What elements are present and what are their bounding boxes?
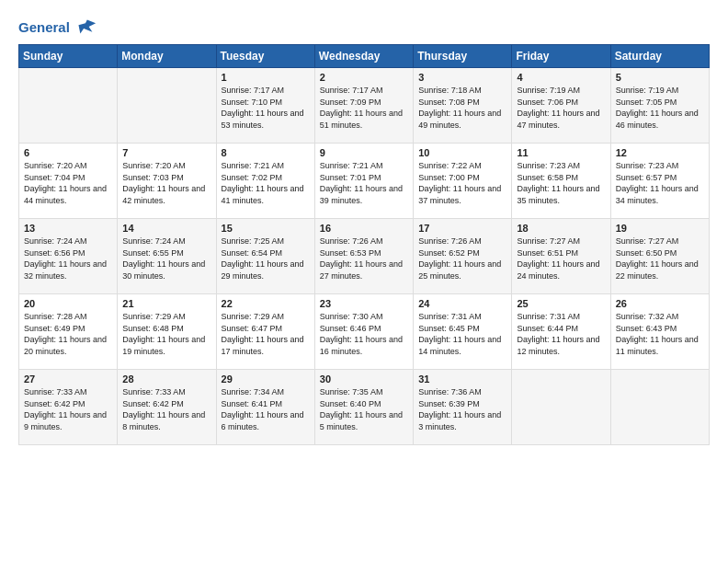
calendar-cell: 29Sunrise: 7:34 AMSunset: 6:41 PMDayligh… — [216, 370, 314, 445]
day-number: 14 — [122, 223, 210, 234]
day-number: 9 — [320, 147, 408, 158]
calendar-cell: 17Sunrise: 7:26 AMSunset: 6:52 PMDayligh… — [414, 219, 512, 294]
week-row-3: 13Sunrise: 7:24 AMSunset: 6:56 PMDayligh… — [19, 219, 710, 294]
calendar-cell — [19, 68, 118, 144]
calendar-cell: 30Sunrise: 7:35 AMSunset: 6:40 PMDayligh… — [314, 370, 413, 445]
calendar-page: General SundayMondayTuesdayWednesdayThur… — [0, 0, 728, 563]
calendar-cell: 28Sunrise: 7:33 AMSunset: 6:42 PMDayligh… — [118, 370, 216, 445]
cell-content: Sunrise: 7:24 AMSunset: 6:55 PMDaylight:… — [122, 236, 210, 282]
day-number: 23 — [320, 298, 408, 309]
cell-content: Sunrise: 7:23 AMSunset: 6:57 PMDaylight:… — [616, 160, 704, 206]
weekday-header-tuesday: Tuesday — [216, 45, 314, 68]
cell-content: Sunrise: 7:23 AMSunset: 6:58 PMDaylight:… — [517, 160, 605, 206]
cell-content: Sunrise: 7:28 AMSunset: 6:49 PMDaylight:… — [24, 311, 112, 357]
cell-content: Sunrise: 7:24 AMSunset: 6:56 PMDaylight:… — [24, 236, 112, 282]
header: General — [18, 15, 710, 37]
calendar-cell: 31Sunrise: 7:36 AMSunset: 6:39 PMDayligh… — [414, 370, 512, 445]
cell-content: Sunrise: 7:21 AMSunset: 7:02 PMDaylight:… — [222, 160, 310, 206]
week-row-1: 1Sunrise: 7:17 AMSunset: 7:10 PMDaylight… — [19, 68, 710, 144]
calendar-cell: 8Sunrise: 7:21 AMSunset: 7:02 PMDaylight… — [216, 144, 314, 219]
cell-content: Sunrise: 7:25 AMSunset: 6:54 PMDaylight:… — [222, 236, 310, 282]
cell-content: Sunrise: 7:17 AMSunset: 7:10 PMDaylight:… — [222, 85, 310, 131]
calendar-table: SundayMondayTuesdayWednesdayThursdayFrid… — [18, 44, 710, 445]
day-number: 11 — [517, 147, 605, 158]
logo-bird-icon — [72, 15, 97, 40]
day-number: 13 — [24, 223, 112, 234]
day-number: 17 — [418, 223, 506, 234]
weekday-header-saturday: Saturday — [610, 45, 709, 68]
day-number: 12 — [616, 147, 704, 158]
cell-content: Sunrise: 7:20 AMSunset: 7:03 PMDaylight:… — [122, 160, 210, 206]
day-number: 30 — [320, 373, 408, 385]
day-number: 18 — [517, 223, 605, 234]
weekday-header-sunday: Sunday — [19, 45, 118, 68]
day-number: 31 — [418, 373, 506, 385]
weekday-header-thursday: Thursday — [414, 45, 512, 68]
calendar-cell: 12Sunrise: 7:23 AMSunset: 6:57 PMDayligh… — [610, 144, 709, 219]
cell-content: Sunrise: 7:26 AMSunset: 6:53 PMDaylight:… — [320, 236, 408, 282]
day-number: 21 — [122, 298, 210, 309]
calendar-cell: 7Sunrise: 7:20 AMSunset: 7:03 PMDaylight… — [118, 144, 216, 219]
cell-content: Sunrise: 7:31 AMSunset: 6:45 PMDaylight:… — [418, 311, 506, 357]
calendar-cell: 21Sunrise: 7:29 AMSunset: 6:48 PMDayligh… — [118, 294, 216, 370]
day-number: 26 — [616, 298, 704, 309]
day-number: 24 — [418, 298, 506, 309]
calendar-cell: 4Sunrise: 7:19 AMSunset: 7:06 PMDaylight… — [512, 68, 610, 144]
logo-text: General — [18, 20, 70, 36]
calendar-cell: 1Sunrise: 7:17 AMSunset: 7:10 PMDaylight… — [216, 68, 314, 144]
day-number: 16 — [320, 223, 408, 234]
calendar-cell: 10Sunrise: 7:22 AMSunset: 7:00 PMDayligh… — [414, 144, 512, 219]
cell-content: Sunrise: 7:35 AMSunset: 6:40 PMDaylight:… — [320, 386, 408, 432]
calendar-cell — [512, 370, 610, 445]
day-number: 20 — [24, 298, 112, 309]
calendar-cell: 6Sunrise: 7:20 AMSunset: 7:04 PMDaylight… — [19, 144, 118, 219]
weekday-header-wednesday: Wednesday — [314, 45, 413, 68]
cell-content: Sunrise: 7:34 AMSunset: 6:41 PMDaylight:… — [222, 386, 310, 432]
day-number: 5 — [616, 72, 704, 83]
cell-content: Sunrise: 7:33 AMSunset: 6:42 PMDaylight:… — [24, 386, 112, 432]
cell-content: Sunrise: 7:17 AMSunset: 7:09 PMDaylight:… — [320, 85, 408, 131]
calendar-cell: 25Sunrise: 7:31 AMSunset: 6:44 PMDayligh… — [512, 294, 610, 370]
day-number: 10 — [418, 147, 506, 158]
calendar-cell: 16Sunrise: 7:26 AMSunset: 6:53 PMDayligh… — [314, 219, 413, 294]
day-number: 3 — [418, 72, 506, 83]
week-row-5: 27Sunrise: 7:33 AMSunset: 6:42 PMDayligh… — [19, 370, 710, 445]
cell-content: Sunrise: 7:18 AMSunset: 7:08 PMDaylight:… — [418, 85, 506, 131]
cell-content: Sunrise: 7:27 AMSunset: 6:50 PMDaylight:… — [616, 236, 704, 282]
calendar-cell: 27Sunrise: 7:33 AMSunset: 6:42 PMDayligh… — [19, 370, 118, 445]
cell-content: Sunrise: 7:21 AMSunset: 7:01 PMDaylight:… — [320, 160, 408, 206]
day-number: 15 — [222, 223, 310, 234]
calendar-cell: 11Sunrise: 7:23 AMSunset: 6:58 PMDayligh… — [512, 144, 610, 219]
day-number: 7 — [122, 147, 210, 158]
calendar-cell: 9Sunrise: 7:21 AMSunset: 7:01 PMDaylight… — [314, 144, 413, 219]
cell-content: Sunrise: 7:29 AMSunset: 6:48 PMDaylight:… — [122, 311, 210, 357]
calendar-cell: 23Sunrise: 7:30 AMSunset: 6:46 PMDayligh… — [314, 294, 413, 370]
day-number: 22 — [222, 298, 310, 309]
calendar-cell: 15Sunrise: 7:25 AMSunset: 6:54 PMDayligh… — [216, 219, 314, 294]
day-number: 25 — [517, 298, 605, 309]
day-number: 28 — [122, 373, 210, 385]
cell-content: Sunrise: 7:27 AMSunset: 6:51 PMDaylight:… — [517, 236, 605, 282]
calendar-cell — [610, 370, 709, 445]
weekday-header-monday: Monday — [118, 45, 216, 68]
cell-content: Sunrise: 7:36 AMSunset: 6:39 PMDaylight:… — [418, 386, 506, 432]
cell-content: Sunrise: 7:19 AMSunset: 7:05 PMDaylight:… — [616, 85, 704, 131]
cell-content: Sunrise: 7:29 AMSunset: 6:47 PMDaylight:… — [222, 311, 310, 357]
calendar-cell: 18Sunrise: 7:27 AMSunset: 6:51 PMDayligh… — [512, 219, 610, 294]
cell-content: Sunrise: 7:20 AMSunset: 7:04 PMDaylight:… — [24, 160, 112, 206]
calendar-cell: 20Sunrise: 7:28 AMSunset: 6:49 PMDayligh… — [19, 294, 118, 370]
day-number: 27 — [24, 373, 112, 385]
day-number: 4 — [517, 72, 605, 83]
week-row-4: 20Sunrise: 7:28 AMSunset: 6:49 PMDayligh… — [19, 294, 710, 370]
calendar-cell: 3Sunrise: 7:18 AMSunset: 7:08 PMDaylight… — [414, 68, 512, 144]
logo: General — [18, 15, 97, 37]
calendar-cell — [118, 68, 216, 144]
calendar-cell: 14Sunrise: 7:24 AMSunset: 6:55 PMDayligh… — [118, 219, 216, 294]
cell-content: Sunrise: 7:30 AMSunset: 6:46 PMDaylight:… — [320, 311, 408, 357]
day-number: 1 — [222, 72, 310, 83]
day-number: 19 — [616, 223, 704, 234]
day-number: 6 — [24, 147, 112, 158]
week-row-2: 6Sunrise: 7:20 AMSunset: 7:04 PMDaylight… — [19, 144, 710, 219]
cell-content: Sunrise: 7:19 AMSunset: 7:06 PMDaylight:… — [517, 85, 605, 131]
calendar-cell: 24Sunrise: 7:31 AMSunset: 6:45 PMDayligh… — [414, 294, 512, 370]
